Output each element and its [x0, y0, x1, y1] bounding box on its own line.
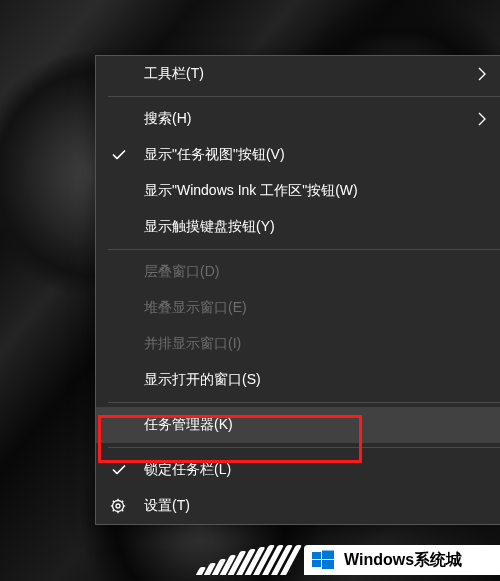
- svg-line-7: [122, 510, 123, 511]
- menu-item-show-ink-workspace[interactable]: 显示"Windows Ink 工作区"按钮(W): [96, 173, 500, 209]
- chevron-right-icon: [477, 112, 487, 126]
- svg-line-9: [113, 510, 114, 511]
- menu-item-label: 层叠窗口(D): [144, 263, 219, 281]
- menu-item-settings[interactable]: 设置(T): [96, 488, 500, 524]
- check-icon: [112, 150, 126, 160]
- menu-item-toolbars[interactable]: 工具栏(T): [96, 56, 500, 92]
- menu-item-cascade-windows: 层叠窗口(D): [96, 254, 500, 290]
- menu-item-label: 显示打开的窗口(S): [144, 371, 261, 389]
- menu-separator: [108, 447, 500, 448]
- svg-rect-12: [312, 560, 321, 567]
- watermark-stripes: [198, 545, 308, 575]
- svg-line-6: [113, 501, 114, 502]
- menu-separator: [108, 249, 500, 250]
- svg-point-0: [113, 501, 124, 512]
- menu-item-label: 并排显示窗口(I): [144, 335, 241, 353]
- svg-rect-10: [312, 552, 321, 559]
- menu-separator: [108, 96, 500, 97]
- menu-item-label: 堆叠显示窗口(E): [144, 299, 247, 317]
- menu-item-stack-windows: 堆叠显示窗口(E): [96, 290, 500, 326]
- menu-item-label: 设置(T): [144, 497, 190, 515]
- menu-item-show-task-view[interactable]: 显示"任务视图"按钮(V): [96, 137, 500, 173]
- watermark-bar: Windows系统城: [304, 545, 500, 575]
- windows-logo-icon: [312, 549, 334, 571]
- gear-icon: [110, 498, 126, 514]
- taskbar-context-menu: 工具栏(T) 搜索(H) 显示"任务视图"按钮(V) 显示"Windows In…: [95, 55, 500, 525]
- watermark-text: Windows系统城: [344, 550, 462, 571]
- svg-line-8: [122, 501, 123, 502]
- svg-point-1: [116, 504, 120, 508]
- menu-item-search[interactable]: 搜索(H): [96, 101, 500, 137]
- menu-item-label: 锁定任务栏(L): [144, 461, 231, 479]
- menu-item-label: 搜索(H): [144, 110, 191, 128]
- svg-rect-13: [322, 560, 334, 569]
- menu-item-show-open-windows[interactable]: 显示打开的窗口(S): [96, 362, 500, 398]
- menu-item-label: 工具栏(T): [144, 65, 204, 83]
- menu-item-show-touch-keyboard[interactable]: 显示触摸键盘按钮(Y): [96, 209, 500, 245]
- menu-item-lock-taskbar[interactable]: 锁定任务栏(L): [96, 452, 500, 488]
- menu-item-side-by-side-windows: 并排显示窗口(I): [96, 326, 500, 362]
- chevron-right-icon: [477, 67, 487, 81]
- menu-item-label: 显示触摸键盘按钮(Y): [144, 218, 275, 236]
- menu-item-label: 显示"Windows Ink 工作区"按钮(W): [144, 182, 358, 200]
- check-icon: [112, 465, 126, 475]
- menu-item-label: 任务管理器(K): [144, 416, 233, 434]
- menu-item-label: 显示"任务视图"按钮(V): [144, 146, 285, 164]
- svg-rect-11: [322, 551, 334, 560]
- menu-item-task-manager[interactable]: 任务管理器(K): [96, 407, 500, 443]
- menu-separator: [108, 402, 500, 403]
